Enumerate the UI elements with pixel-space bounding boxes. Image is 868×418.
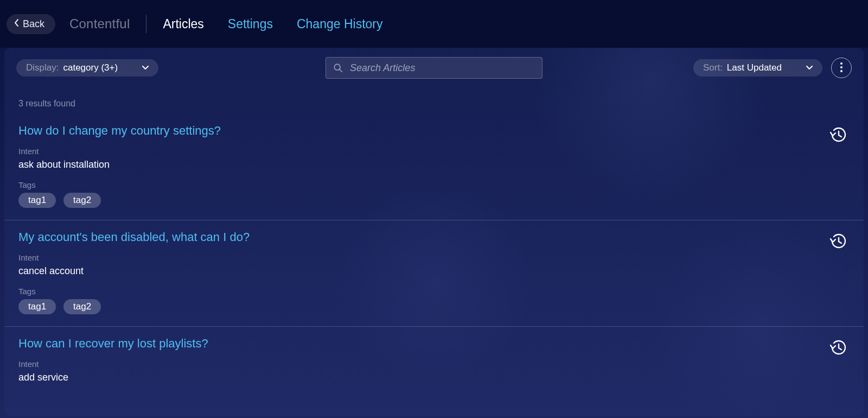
svg-point-2 [840, 62, 843, 65]
history-button[interactable] [829, 232, 847, 251]
intent-value: cancel account [18, 265, 850, 277]
history-icon [829, 233, 847, 251]
article-title-link[interactable]: How do I change my country settings? [18, 124, 221, 138]
tag-chip[interactable]: tag2 [63, 193, 101, 208]
chevron-left-icon [14, 18, 20, 30]
more-vertical-icon [840, 62, 843, 74]
display-label: Display: [26, 62, 59, 73]
chevron-down-icon [806, 66, 813, 70]
main-panel: Display: category (3+) Sort: Last Update… [4, 48, 864, 416]
tag-chip[interactable]: tag2 [63, 299, 101, 314]
tab-change-history[interactable]: Change History [297, 17, 383, 31]
intent-value: ask about installation [18, 159, 850, 170]
sort-select[interactable]: Sort: Last Updated [693, 59, 822, 77]
tab-settings[interactable]: Settings [228, 17, 273, 31]
intent-label: Intent [18, 147, 850, 156]
tag-chip[interactable]: tag1 [18, 299, 56, 314]
chevron-down-icon [142, 66, 149, 70]
tag-chip[interactable]: tag1 [18, 193, 56, 208]
tags-label: Tags [18, 180, 850, 189]
back-label: Back [23, 18, 44, 30]
top-bar: Back Contentful Articles Settings Change… [0, 0, 868, 48]
tab-articles[interactable]: Articles [163, 17, 203, 31]
sort-value: Last Updated [727, 62, 782, 73]
history-icon [829, 126, 847, 144]
article-row: My account's been disabled, what can I d… [4, 220, 864, 327]
article-title-link[interactable]: My account's been disabled, what can I d… [18, 230, 250, 244]
back-button[interactable]: Back [7, 14, 55, 34]
search-wrap [326, 57, 542, 79]
more-menu-button[interactable] [831, 58, 852, 78]
svg-line-1 [340, 69, 342, 72]
toolbar: Display: category (3+) Sort: Last Update… [4, 48, 864, 86]
svg-point-4 [840, 70, 843, 72]
intent-value: add service [18, 372, 850, 383]
display-value: category (3+) [63, 62, 118, 73]
history-button[interactable] [829, 126, 847, 144]
article-title-link[interactable]: How can I recover my lost playlists? [18, 337, 208, 351]
header-tabs: Articles Settings Change History [163, 17, 382, 31]
display-filter[interactable]: Display: category (3+) [16, 59, 158, 77]
history-button[interactable] [829, 339, 847, 357]
search-input[interactable] [326, 57, 542, 79]
search-icon [333, 63, 343, 73]
divider [146, 15, 146, 33]
intent-label: Intent [18, 253, 850, 262]
tags-row: tag1 tag2 [18, 299, 850, 314]
tags-row: tag1 tag2 [18, 193, 850, 208]
svg-point-0 [334, 64, 340, 70]
intent-label: Intent [18, 359, 850, 369]
article-row: How do I change my country settings? Int… [4, 114, 864, 220]
svg-point-3 [840, 66, 843, 68]
app-name: Contentful [69, 16, 130, 31]
history-icon [829, 339, 847, 357]
results-count: 3 results found [4, 86, 864, 114]
tags-label: Tags [18, 287, 850, 296]
sort-label: Sort: [703, 62, 723, 73]
article-row: How can I recover my lost playlists? Int… [4, 327, 864, 405]
